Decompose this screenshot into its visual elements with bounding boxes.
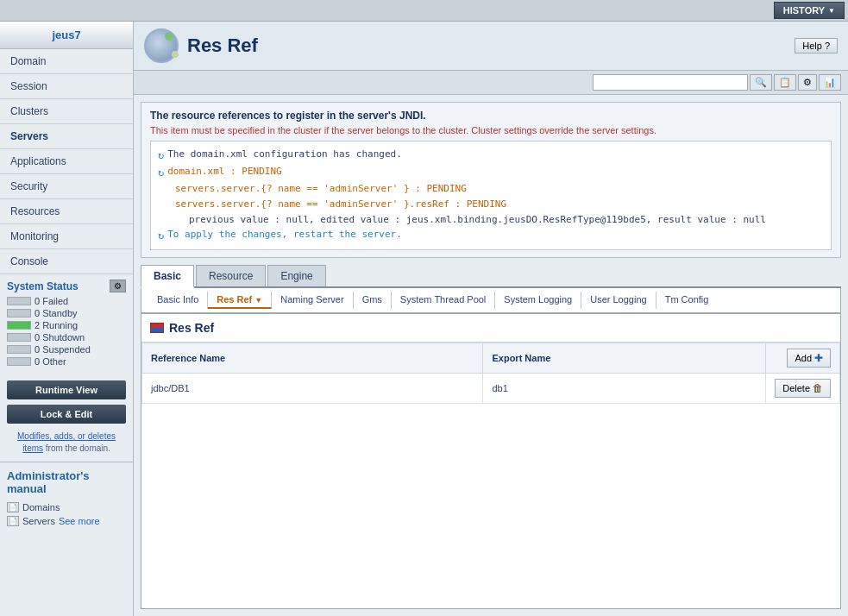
- refresh-icon-3: ↻: [158, 228, 164, 244]
- status-running: 2 Running: [7, 320, 126, 330]
- help-button[interactable]: Help ?: [795, 38, 838, 53]
- add-icon: ✚: [814, 352, 823, 364]
- status-other: 0 Other: [7, 356, 126, 367]
- delete-icon: 🗑: [813, 382, 823, 394]
- status-bar-failed: [7, 297, 31, 305]
- log-line-4: servers.server.{? name == 'adminServer' …: [158, 197, 824, 212]
- sidebar-item-console[interactable]: Console: [0, 249, 133, 274]
- refresh-icon-1: ↻: [158, 148, 164, 164]
- history-arrow-icon: ▼: [828, 7, 835, 15]
- status-bar-suspended: [7, 345, 31, 354]
- res-ref-table: Reference Name Export Name Add ✚ jdbc/DB…: [141, 343, 840, 404]
- status-shutdown: 0 Shutdown: [7, 332, 126, 343]
- status-bar-other: [7, 357, 31, 366]
- log-line-5: previous value : null, edited value : je…: [158, 212, 824, 228]
- tab-basic-info[interactable]: Basic Info: [148, 292, 208, 309]
- page-header-icon: [144, 28, 179, 63]
- tab-system-logging[interactable]: System Logging: [495, 292, 581, 309]
- notification-title: The resource references to register in t…: [150, 110, 832, 122]
- tab-system-thread-pool[interactable]: System Thread Pool: [392, 292, 495, 309]
- log-line-3: servers.server.{? name == 'adminServer' …: [158, 181, 824, 197]
- status-toggle-button[interactable]: ⚙: [110, 280, 126, 292]
- see-more-link[interactable]: See more: [59, 516, 100, 526]
- icon-dot1: [165, 32, 173, 41]
- tab-naming-server[interactable]: Naming Server: [272, 292, 353, 309]
- sidebar-item-session[interactable]: Session: [0, 74, 133, 99]
- panel-title: Res Ref: [141, 314, 840, 343]
- col-export-name: Export Name: [483, 343, 766, 374]
- tab-user-logging[interactable]: User Logging: [581, 292, 656, 309]
- history-label: HISTORY: [783, 5, 825, 16]
- notification-log: ↻ The domain.xml configuration has chang…: [150, 141, 832, 250]
- content-area: Res Ref Help ? 🔍 📋 ⚙ 📊 The resource refe…: [134, 22, 848, 616]
- delete-button[interactable]: Delete 🗑: [775, 379, 831, 398]
- col-reference-name: Reference Name: [142, 343, 483, 374]
- log-line-6: ↻ To apply the changes, restart the serv…: [158, 227, 824, 244]
- page-title: Res Ref: [187, 35, 258, 57]
- sidebar-item-domain[interactable]: Domain: [0, 49, 133, 74]
- history-button[interactable]: HISTORY ▼: [774, 2, 845, 19]
- sidebar-note: Modifies, adds, or deletes items from th…: [0, 431, 133, 462]
- refresh-icon-2: ↻: [158, 165, 164, 181]
- primary-tabs: Basic Resource Engine: [141, 265, 841, 288]
- status-suspended: 0 Suspended: [7, 344, 126, 355]
- admin-title: Administrator's manual: [7, 469, 126, 495]
- admin-section: Administrator's manual 📄 Domains 📄 Serve…: [0, 462, 133, 535]
- main-layout: jeus7 Domain Session Clusters Servers Ap…: [0, 22, 848, 616]
- search-input[interactable]: [593, 74, 748, 91]
- status-standby: 0 Standby: [7, 308, 126, 318]
- tab-res-ref[interactable]: Res Ref ▼: [208, 292, 272, 309]
- page-header: Res Ref Help ?: [134, 22, 848, 71]
- col-action: Add ✚: [766, 343, 840, 374]
- chart-button[interactable]: 📊: [819, 74, 841, 91]
- tab-resource[interactable]: Resource: [196, 265, 266, 286]
- settings-button[interactable]: ⚙: [798, 74, 817, 91]
- lock-edit-button[interactable]: Lock & Edit: [7, 405, 126, 424]
- status-bar-running: [7, 321, 31, 330]
- status-bar-standby: [7, 309, 31, 317]
- res-ref-dropdown-icon: ▼: [254, 296, 262, 305]
- page-icon-domains: 📄: [7, 502, 19, 512]
- status-failed: 0 Failed: [7, 296, 126, 306]
- notification-box: The resource references to register in t…: [141, 102, 841, 258]
- system-status-section: System Status ⚙ 0 Failed 0 Standby 2 Run…: [0, 274, 133, 374]
- sidebar: jeus7 Domain Session Clusters Servers Ap…: [0, 22, 134, 616]
- sidebar-item-resources[interactable]: Resources: [0, 199, 133, 224]
- admin-link-servers[interactable]: 📄 Servers See more: [7, 514, 126, 528]
- cell-reference-name: jdbc/DB1: [142, 374, 483, 404]
- tabs-container: Basic Resource Engine Basic Info Res Ref…: [141, 265, 841, 313]
- sidebar-title: jeus7: [0, 22, 133, 49]
- sidebar-item-servers[interactable]: Servers: [0, 124, 133, 149]
- system-status-label: System Status: [7, 280, 79, 292]
- search-button[interactable]: 🔍: [750, 74, 772, 91]
- tab-tm-config[interactable]: Tm Config: [656, 292, 718, 309]
- admin-link-domains[interactable]: 📄 Domains: [7, 500, 126, 514]
- search-bar: 🔍 📋 ⚙ 📊: [134, 71, 848, 95]
- notification-warning: This item must be specified in the clust…: [150, 125, 832, 135]
- page-icon-servers: 📄: [7, 516, 19, 526]
- cell-action: Delete 🗑: [766, 374, 840, 404]
- secondary-tabs: Basic Info Res Ref ▼ Naming Server Gms S…: [141, 288, 841, 313]
- add-button[interactable]: Add ✚: [787, 349, 831, 368]
- runtime-view-button[interactable]: Runtime View: [7, 380, 126, 399]
- copy-button[interactable]: 📋: [774, 74, 796, 91]
- status-bar-shutdown: [7, 333, 31, 342]
- tab-engine[interactable]: Engine: [267, 265, 325, 286]
- tab-basic[interactable]: Basic: [141, 265, 194, 288]
- log-line-2: ↻ domain.xml : PENDING: [158, 164, 824, 181]
- table-header-row: Reference Name Export Name Add ✚: [142, 343, 840, 374]
- sidebar-nav: Domain Session Clusters Servers Applicat…: [0, 49, 133, 274]
- sidebar-item-applications[interactable]: Applications: [0, 149, 133, 174]
- table-row: jdbc/DB1 db1 Delete 🗑: [142, 374, 840, 404]
- cell-export-name: db1: [483, 374, 766, 404]
- panel-flag-icon: [150, 323, 164, 333]
- log-line-1: ↻ The domain.xml configuration has chang…: [158, 147, 824, 164]
- top-bar: HISTORY ▼: [0, 0, 848, 22]
- sidebar-item-monitoring[interactable]: Monitoring: [0, 224, 133, 249]
- tab-gms[interactable]: Gms: [354, 292, 392, 309]
- icon-dot2: [172, 51, 179, 58]
- sidebar-item-security[interactable]: Security: [0, 174, 133, 199]
- main-panel: Res Ref Reference Name Export Name Add ✚: [141, 313, 841, 609]
- sidebar-buttons: Runtime View Lock & Edit: [0, 374, 133, 431]
- sidebar-item-clusters[interactable]: Clusters: [0, 99, 133, 124]
